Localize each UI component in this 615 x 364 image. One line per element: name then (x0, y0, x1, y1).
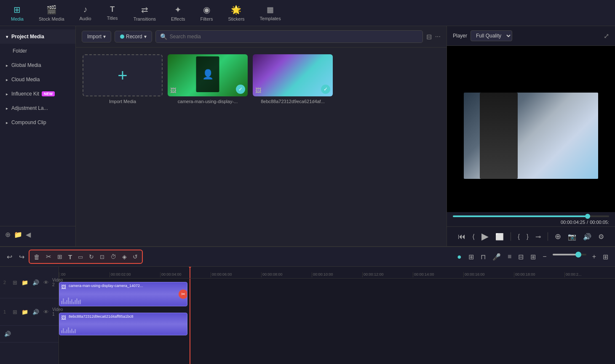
track-label-video2: 2 ⊞ 📁 🔊 👁 Video 2 (0, 267, 59, 298)
timer-tool-button[interactable]: ⏱ (108, 252, 119, 262)
cut-tool-button[interactable]: ✂ (43, 251, 54, 262)
import-button[interactable]: Import ▾ (82, 31, 111, 43)
grid-view-button[interactable]: ⊞ (600, 251, 611, 263)
nav-filters[interactable]: ◉ Filters (193, 1, 219, 25)
main-area: ▾ Project Media Folder ▸ Global Media ▸ … (0, 26, 615, 246)
ruler-playhead[interactable] (190, 267, 190, 278)
play-button[interactable]: ▶ (480, 229, 490, 244)
nav-templates[interactable]: ▦ Templates (253, 2, 288, 24)
nav-titles[interactable]: T Titles (100, 2, 125, 24)
chevron-icon-6: ▸ (6, 120, 8, 125)
record-chevron-icon: ▾ (144, 34, 147, 40)
sidebar-item-influence-kit[interactable]: ▸ Influence Kit NEW (0, 87, 75, 101)
track1-add-button[interactable]: ⊞ (12, 308, 18, 316)
split-button[interactable]: ⊞ (528, 251, 538, 263)
nav-media[interactable]: ⊞ Media (4, 1, 30, 25)
sidebar-item-global-media[interactable]: ▸ Global Media (0, 58, 75, 72)
rotate-tool-button[interactable]: ↻ (86, 252, 96, 262)
snap-button[interactable]: ● (455, 251, 464, 263)
more-options-button[interactable]: ··· (435, 33, 441, 40)
waveform-bar (68, 298, 69, 304)
sidebar-folder-button[interactable]: 📁 (14, 231, 22, 239)
ruler-marks: :00 00:00:02:00 00:00:04:00 00:00:06:00 … (59, 272, 615, 277)
edit-tools-group: 🗑 ✂ ⊞ T ▭ ↻ ⊡ ⏱ ◈ ↺ (29, 250, 143, 264)
snapshot-button[interactable]: 📷 (566, 231, 578, 242)
stop-button[interactable]: ⬜ (494, 231, 505, 242)
ruler-mark-3: 00:00:06:00 (211, 272, 261, 277)
ruler-mark-0: :00 (59, 272, 110, 277)
undo-button[interactable]: ↩ (4, 251, 15, 263)
media-item-import[interactable]: + Import Media (83, 54, 163, 104)
zoom-slider[interactable] (553, 254, 586, 260)
track-row-video2: 🖼 camera-man-using-display-camera_14072.… (59, 279, 615, 310)
track1-eye-button[interactable]: 👁 (43, 308, 50, 316)
nav-transitions[interactable]: ⇄ Transitions (127, 1, 163, 25)
delete-tool-button[interactable]: 🗑 (31, 252, 43, 262)
waveform-bar (75, 329, 76, 333)
media-item-space-bg[interactable]: 🖼 ✓ 8ebc88a72312d9eca621d4af... (253, 54, 333, 104)
track2-audio-button[interactable]: 🔊 (32, 279, 40, 287)
transform-tool-button[interactable]: ⊡ (97, 252, 107, 262)
track2-add-button[interactable]: ⊞ (12, 279, 18, 287)
video1-clip[interactable]: 🖼 8ebc88a72312d9eca621d4aff85a1bc8 (59, 313, 187, 335)
audio-track-audio-btn[interactable]: 🔊 (3, 330, 12, 338)
insert-button[interactable]: ⊸ (534, 231, 543, 242)
sidebar-item-adjustment-la[interactable]: ▸ Adjustment La... (0, 101, 75, 115)
mark-out-button[interactable]: } (525, 231, 530, 242)
sidebar-item-project-media[interactable]: ▾ Project Media (0, 29, 75, 44)
frame-back-button[interactable]: ⟨ (471, 231, 476, 242)
grid-button[interactable]: ⊞ (466, 251, 476, 263)
merge-button[interactable]: ⊟ (516, 251, 526, 263)
mic-button[interactable]: 🎤 (490, 251, 503, 263)
ruler-mark-4: 00:00:08:00 (261, 272, 312, 277)
player-maximize-button[interactable]: ⤢ (604, 32, 609, 40)
nav-templates-label: Templates (260, 16, 281, 21)
nav-stickers[interactable]: 🌟 Stickers (221, 1, 251, 25)
sidebar-item-cloud-media[interactable]: ▸ Cloud Media (0, 72, 75, 87)
zoom-out-button[interactable]: − (540, 251, 549, 262)
search-input[interactable] (170, 34, 418, 40)
shield-button[interactable]: ⊓ (478, 251, 488, 263)
waveform-bar (64, 331, 66, 333)
prev-frame-button[interactable]: ⏮ (456, 231, 467, 243)
volume-button[interactable]: 🔊 (581, 231, 593, 242)
chevron-icon: ▾ (6, 35, 8, 39)
nav-stock-media[interactable]: 🎬 Stock Media (32, 1, 71, 25)
record-button[interactable]: Record ▾ (115, 31, 152, 43)
track2-folder-button[interactable]: 📁 (21, 279, 29, 287)
timeline-tracks: 2 ⊞ 📁 🔊 👁 Video 2 1 ⊞ 📁 🔊 👁 Video 1 🔊 (0, 267, 615, 364)
redo-button[interactable]: ↪ (16, 251, 27, 263)
layers-button[interactable]: ≡ (505, 251, 514, 262)
color-tool-button[interactable]: ◈ (120, 252, 129, 262)
quality-select[interactable]: Full Quality (471, 30, 512, 41)
mask-tool-button[interactable]: ▭ (75, 252, 86, 262)
track1-folder-button[interactable]: 📁 (21, 308, 29, 316)
nav-effects[interactable]: ✦ Effects (164, 1, 192, 25)
time-separator: / (587, 220, 588, 225)
sidebar-collapse-button[interactable]: ◀ (26, 231, 31, 239)
nav-audio[interactable]: ♪ Audio (73, 1, 98, 24)
crop-tool-button[interactable]: ⊞ (55, 252, 65, 262)
sidebar-item-folder[interactable]: Folder (0, 44, 75, 58)
timeline-toolbar: ↩ ↪ 🗑 ✂ ⊞ T ▭ ↻ ⊡ ⏱ ◈ ↺ ● ⊞ ⊓ 🎤 ≡ ⊟ ⊞ − (0, 247, 615, 267)
text-tool-button[interactable]: T (66, 252, 75, 262)
sidebar-adjustment-label: Adjustment La... (11, 105, 48, 111)
settings-ctrl-button[interactable]: ⚙ (596, 231, 606, 242)
player-video (447, 46, 615, 212)
mark-in-button[interactable]: { (516, 231, 521, 242)
track1-audio-button[interactable]: 🔊 (32, 308, 40, 316)
sidebar-folder-label: Folder (13, 48, 27, 54)
player-progress-bar[interactable] (447, 212, 615, 219)
stabilize-tool-button[interactable]: ↺ (130, 252, 140, 262)
sidebar-add-button[interactable]: ⊕ (5, 231, 11, 239)
zoom-in-button[interactable]: + (590, 251, 599, 262)
media-item-camera-man[interactable]: 👤 🖼 ✓ camera-man-using-display-... (168, 54, 248, 104)
sidebar-item-compound-clip[interactable]: ▸ Compound Clip (0, 115, 75, 130)
add-to-timeline-button[interactable]: ⊕ (553, 230, 563, 243)
track2-eye-button[interactable]: 👁 (43, 279, 50, 287)
progress-track[interactable] (453, 215, 609, 217)
top-navigation: ⊞ Media 🎬 Stock Media ♪ Audio T Titles ⇄… (0, 0, 615, 26)
waveform-bar (66, 300, 67, 304)
filter-button[interactable]: ⊟ (426, 33, 432, 41)
video2-clip[interactable]: 🖼 camera-man-using-display-camera_14072.… (59, 282, 187, 306)
